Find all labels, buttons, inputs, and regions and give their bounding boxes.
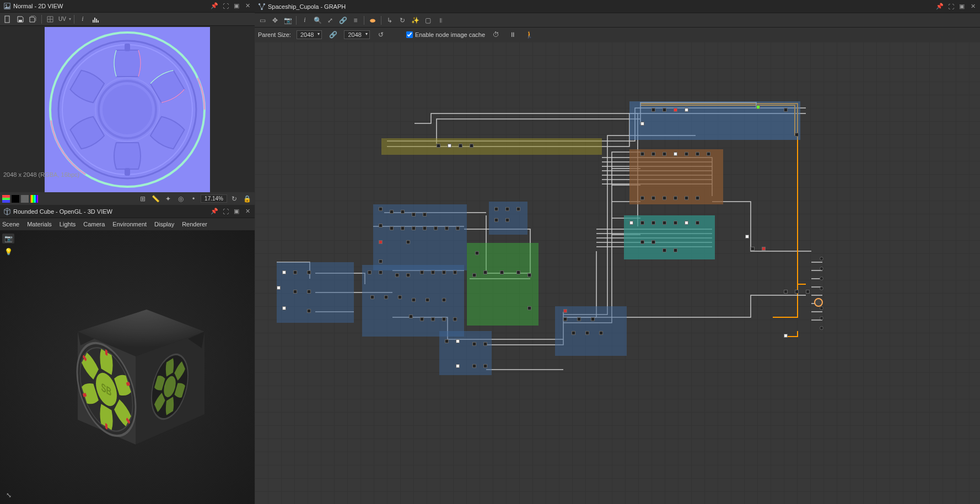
menu-renderer[interactable]: Renderer (182, 221, 207, 227)
graph-node[interactable] (472, 273, 476, 277)
reload-icon[interactable]: ↻ (397, 15, 408, 26)
graph-node[interactable] (707, 152, 710, 156)
graph-node[interactable] (696, 152, 699, 156)
graph-node[interactable] (505, 218, 509, 222)
graph-node[interactable] (585, 331, 589, 335)
snapshot-icon[interactable]: 📷 (282, 15, 293, 26)
graph-node[interactable] (453, 270, 457, 274)
frame[interactable] (439, 331, 492, 375)
camera-icon[interactable]: 📷 (2, 234, 14, 243)
output-port[interactable] (820, 267, 823, 270)
pin-icon[interactable]: 📌 (936, 3, 944, 10)
graph-node[interactable] (640, 152, 644, 156)
graph-node[interactable] (401, 210, 405, 214)
graph-node[interactable] (442, 270, 446, 274)
graph-node[interactable] (423, 226, 427, 230)
maximize-icon[interactable]: ⛶ (222, 2, 229, 10)
graph-node[interactable] (442, 317, 446, 321)
graph-node[interactable] (756, 105, 760, 109)
graph-node[interactable] (406, 273, 410, 277)
graph-node[interactable] (423, 213, 427, 216)
graph-node[interactable] (674, 152, 677, 156)
graph-node[interactable] (384, 295, 388, 299)
graph-node[interactable] (445, 226, 449, 230)
fit-icon[interactable]: ✦ (163, 193, 174, 204)
graph-node[interactable] (379, 259, 383, 263)
graph-node[interactable] (640, 196, 644, 200)
view-3d-canvas[interactable]: 📷 💡 (0, 230, 255, 504)
list-icon[interactable]: ≡ (350, 15, 361, 26)
graph-node[interactable] (640, 122, 644, 126)
actual-icon[interactable]: • (188, 193, 199, 204)
graph-node[interactable] (453, 317, 457, 321)
close-icon[interactable]: ✕ (244, 2, 251, 10)
new-icon[interactable] (2, 14, 13, 25)
frame[interactable] (373, 204, 467, 270)
graph-node[interactable] (751, 247, 755, 251)
graph-node[interactable] (379, 270, 383, 274)
view-2d-canvas[interactable]: 2048 x 2048 (RGBA, 16bpc) (0, 26, 255, 192)
graph-node[interactable] (434, 226, 438, 230)
frame[interactable] (629, 101, 800, 140)
graph-node[interactable] (663, 108, 666, 112)
axis-icon[interactable]: ⤡ (3, 490, 14, 501)
flow-icon[interactable]: ↳ (384, 15, 395, 26)
graph-node[interactable] (651, 221, 655, 225)
maximize-icon[interactable]: ⛶ (222, 208, 229, 215)
graph-node[interactable] (448, 144, 451, 148)
graph-node[interactable] (505, 207, 509, 211)
restore-icon[interactable]: ▣ (958, 3, 966, 10)
graph-node[interactable] (651, 152, 655, 156)
graph-node[interactable] (409, 315, 413, 318)
cache-checkbox[interactable]: Enable node image cache (406, 31, 485, 38)
graph-node[interactable] (577, 317, 581, 321)
graph-node[interactable] (685, 108, 688, 112)
graph-node[interactable] (483, 342, 487, 346)
graph-node[interactable] (420, 317, 424, 321)
lock-icon[interactable]: 🔒 (241, 193, 252, 204)
graph-node[interactable] (527, 306, 531, 310)
graph-node[interactable] (651, 196, 655, 200)
graph-node[interactable] (437, 144, 440, 148)
menu-lights[interactable]: Lights (60, 221, 76, 227)
gray-icon[interactable] (21, 195, 29, 203)
graph-node[interactable] (663, 221, 666, 225)
output-port[interactable] (820, 316, 823, 320)
graph-node[interactable] (663, 248, 666, 252)
restore-icon[interactable]: ▣ (233, 2, 240, 10)
graph-node[interactable] (442, 298, 446, 302)
person-icon[interactable]: 🚶 (524, 29, 535, 40)
graph-node[interactable] (307, 270, 311, 274)
maximize-icon[interactable]: ⛶ (947, 3, 955, 10)
graph-node[interactable] (696, 196, 699, 200)
graph-node[interactable] (395, 273, 399, 277)
pin-icon[interactable]: 📌 (211, 208, 218, 215)
frame-icon[interactable]: ▢ (422, 15, 433, 26)
graph-node[interactable] (307, 309, 311, 313)
highlight-icon[interactable]: ⬬ (367, 15, 378, 26)
graph-node[interactable] (651, 240, 655, 244)
graph-node[interactable] (599, 331, 603, 335)
zoom-input[interactable]: 17.14% (201, 194, 227, 203)
graph-node[interactable] (370, 295, 374, 299)
graph-node[interactable] (277, 286, 281, 290)
save-all-icon[interactable] (28, 14, 39, 25)
graph-node[interactable] (685, 152, 688, 156)
menu-scene[interactable]: Scene (2, 221, 19, 227)
graph-node[interactable] (456, 226, 460, 230)
graph-node[interactable] (494, 218, 498, 222)
output-port[interactable] (820, 257, 823, 261)
frame[interactable] (555, 306, 627, 356)
graph-node[interactable] (456, 364, 460, 368)
info-icon[interactable]: i (299, 15, 310, 26)
frame[interactable] (381, 138, 602, 155)
graph-node[interactable] (398, 295, 402, 299)
graph-node[interactable] (500, 270, 504, 274)
graph-node[interactable] (685, 221, 688, 225)
output-port[interactable] (820, 306, 823, 310)
graph-node[interactable] (696, 221, 699, 225)
ruler-icon[interactable]: 📏 (150, 193, 161, 204)
graph-node[interactable] (282, 306, 286, 310)
graph-node[interactable] (472, 364, 476, 368)
graph-node[interactable] (470, 144, 473, 148)
